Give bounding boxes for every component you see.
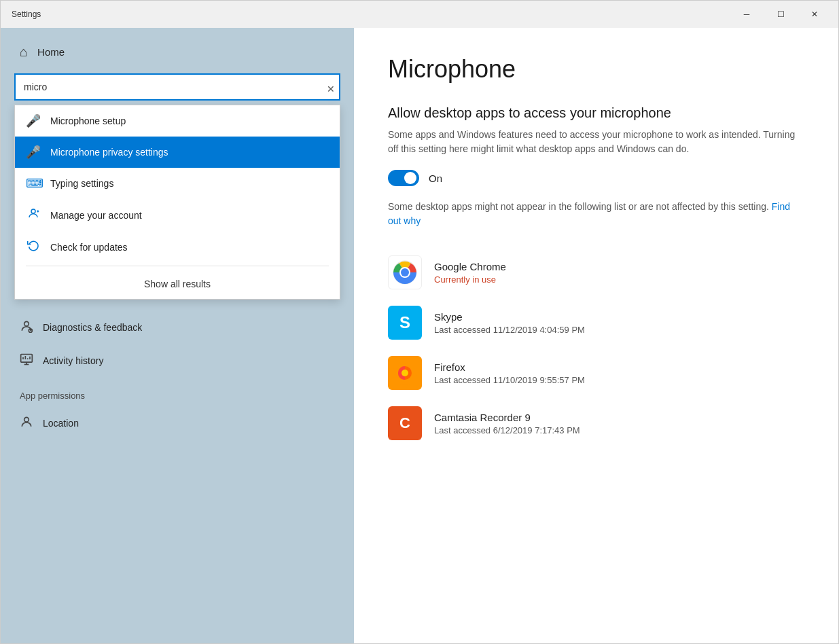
app-item-firefox: Firefox Last accessed 11/10/2019 9:55:57… [388,348,804,398]
typing-label: Typing settings [50,178,113,189]
svg-point-20 [401,370,408,376]
firefox-status: Last accessed 11/10/2019 9:55:57 PM [434,375,585,385]
sidebar-item-diagnostics[interactable]: Diagnostics & feedback [1,310,354,344]
sidebar-item-activity[interactable]: Activity history [1,344,354,377]
dropdown-item-microphone-privacy[interactable]: 🎤 Microphone privacy settings [15,137,340,168]
sidebar: ⌂ Home ✕ 🎤 Microphone setup 🎤 Microphone… [1,28,354,643]
camtasia-icon: C [388,406,422,440]
close-button[interactable]: ✕ [799,4,830,24]
dropdown-item-updates[interactable]: Check for updates [15,231,340,263]
firefox-name: Firefox [434,361,585,373]
search-input[interactable] [14,73,340,101]
account-icon [26,207,41,223]
firefox-icon-container [388,356,422,390]
chrome-info: Google Chrome Currently in use [434,261,506,285]
activity-label: Activity history [43,355,103,366]
section-desc: Some apps and Windows features need to a… [388,128,804,156]
main-panel: Microphone Allow desktop apps to access … [354,28,838,643]
toggle-knob [404,172,416,184]
microphone-privacy-icon: 🎤 [26,145,41,160]
sidebar-nav: Diagnostics & feedback [1,300,354,440]
app-item-chrome: Google Chrome Currently in use [388,247,804,298]
svg-point-3 [24,321,29,326]
home-icon: ⌂ [20,44,28,60]
dropdown-item-account[interactable]: Manage your account [15,199,340,231]
sidebar-home[interactable]: ⌂ Home [1,28,354,73]
svg-point-0 [31,209,35,213]
chrome-icon [388,255,422,289]
firefox-info: Firefox Last accessed 11/10/2019 9:55:57… [434,361,585,385]
microphone-toggle[interactable] [388,170,419,186]
section-title: Allow desktop apps to access your microp… [388,105,804,121]
camtasia-status: Last accessed 6/12/2019 7:17:43 PM [434,425,580,435]
window-title: Settings [12,10,41,19]
minimize-button[interactable]: ─ [731,4,762,24]
skype-icon: S [388,306,422,340]
account-label: Manage your account [50,210,142,221]
typing-icon: ⌨ [26,176,41,191]
search-container: ✕ [1,73,354,105]
microphone-setup-label: Microphone setup [50,115,126,126]
app-item-camtasia: C Camtasia Recorder 9 Last accessed 6/12… [388,398,804,448]
show-all-button[interactable]: Show all results [15,269,340,299]
page-title: Microphone [388,55,804,84]
dropdown-item-microphone-setup[interactable]: 🎤 Microphone setup [15,105,340,137]
skype-status: Last accessed 11/12/2019 4:04:59 PM [434,325,585,335]
updates-icon [26,239,41,255]
diagnostics-label: Diagnostics & feedback [43,322,142,333]
location-icon [20,415,33,431]
app-permissions-section: App permissions [1,377,354,406]
camtasia-name: Camtasia Recorder 9 [434,412,580,423]
sidebar-item-location[interactable]: Location [1,406,354,440]
dropdown-divider [26,266,329,266]
svg-point-13 [24,417,29,422]
activity-icon [20,353,33,368]
chrome-status: Currently in use [434,274,506,285]
toggle-label: On [429,173,442,184]
maximize-button[interactable]: ☐ [765,4,796,24]
skype-name: Skype [434,311,585,323]
camtasia-info: Camtasia Recorder 9 Last accessed 6/12/2… [434,412,580,435]
updates-label: Check for updates [50,242,128,253]
app-item-skype: S Skype Last accessed 11/12/2019 4:04:59… [388,298,804,348]
settings-window: Settings ─ ☐ ✕ ⌂ Home ✕ 🎤 Mi [0,0,839,644]
skype-info: Skype Last accessed 11/12/2019 4:04:59 P… [434,311,585,335]
location-label: Location [43,418,79,429]
title-bar: Settings ─ ☐ ✕ [1,1,838,28]
search-clear-button[interactable]: ✕ [327,84,335,94]
microphone-setup-icon: 🎤 [26,113,41,128]
main-content: ⌂ Home ✕ 🎤 Microphone setup 🎤 Microphone… [1,28,838,643]
microphone-privacy-label: Microphone privacy settings [50,147,168,158]
search-dropdown: 🎤 Microphone setup 🎤 Microphone privacy … [14,105,340,300]
home-label: Home [37,46,65,58]
annotation-text: Some desktop apps might not appear in th… [388,200,804,228]
window-controls: ─ ☐ ✕ [731,4,830,24]
dropdown-item-typing[interactable]: ⌨ Typing settings [15,168,340,199]
chrome-name: Google Chrome [434,261,506,272]
svg-point-17 [401,268,409,276]
annotation-static-text: Some desktop apps might not appear in th… [388,201,769,212]
diagnostics-icon [20,319,33,335]
toggle-row: On [388,170,804,186]
